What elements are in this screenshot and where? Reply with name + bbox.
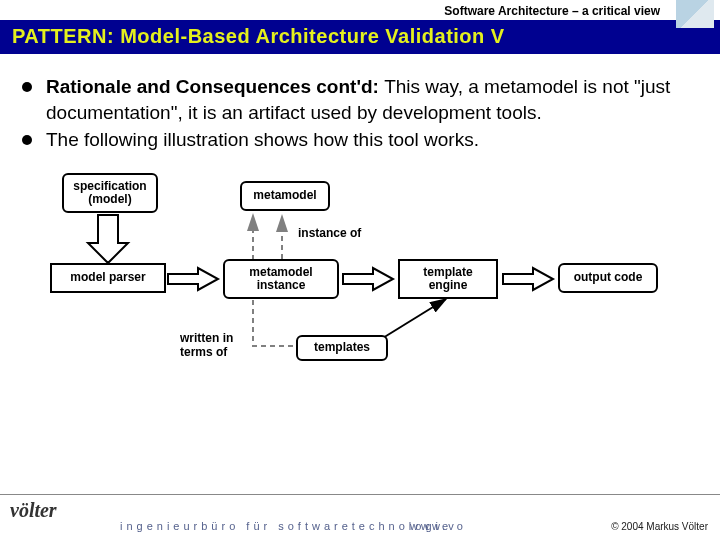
slide-title: PATTERN: Model-Based Architecture Valida… — [0, 20, 720, 54]
footer-url: www.vo — [410, 520, 466, 532]
box-metamodel-instance: metamodel instance — [223, 259, 339, 299]
box-specification: specification (model) — [62, 173, 158, 213]
diagram: specification (model) metamodel model pa… — [48, 171, 688, 391]
footer-tagline: ingenieurbüro für softwaretechnologie — [120, 520, 452, 532]
bullet-text: The following illustration shows how thi… — [46, 127, 479, 153]
box-templates: templates — [296, 335, 388, 361]
box-metamodel: metamodel — [240, 181, 330, 211]
box-template-engine: template engine — [398, 259, 498, 299]
bullet-item: The following illustration shows how thi… — [48, 127, 686, 153]
bullet-icon — [22, 82, 32, 92]
box-output-code: output code — [558, 263, 658, 293]
bullet-icon — [22, 135, 32, 145]
box-model-parser: model parser — [50, 263, 166, 293]
label-written-in-terms-of: written in terms of — [180, 331, 233, 359]
bullet-text: Rationale and Consequences cont'd: This … — [46, 74, 686, 125]
bullet-bold: Rationale and Consequences cont'd: — [46, 76, 384, 97]
slide-subtitle: Software Architecture – a critical view — [0, 0, 720, 20]
bullet-rest: The following illustration shows how thi… — [46, 129, 479, 150]
footer-copyright: © 2004 Markus Völter — [611, 521, 708, 532]
content-area: Rationale and Consequences cont'd: This … — [0, 54, 720, 391]
label-instance-of: instance of — [298, 226, 361, 240]
svg-line-1 — [378, 299, 446, 341]
corner-decoration-icon — [676, 0, 714, 28]
bullet-item: Rationale and Consequences cont'd: This … — [48, 74, 686, 125]
brand-logo: völter — [10, 499, 57, 522]
footer: völter ingenieurbüro für softwaretechnol… — [0, 494, 720, 540]
